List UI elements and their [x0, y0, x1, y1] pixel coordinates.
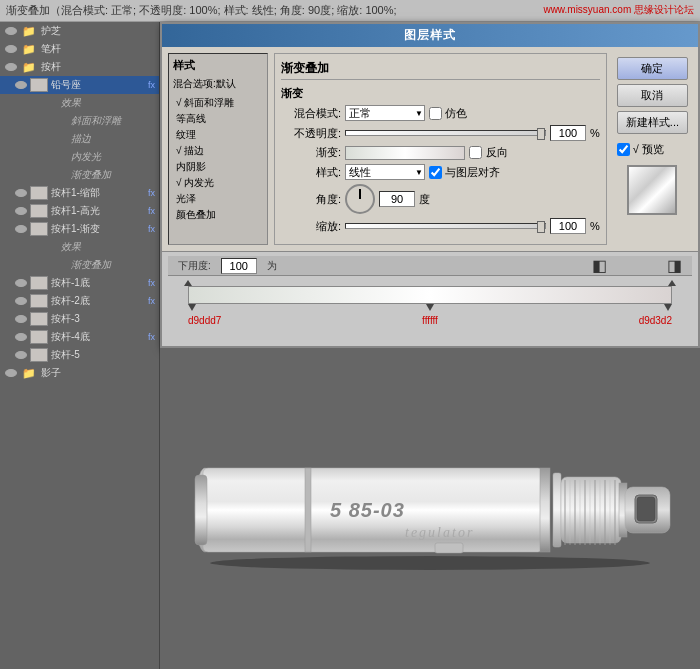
opacity-slider[interactable] — [345, 130, 546, 136]
layer-visibility-layer-stroke[interactable] — [34, 132, 48, 146]
layer-item-layer-gradient2[interactable]: 渐变叠加 — [0, 256, 159, 274]
layer-item-layer-gradient[interactable]: 渐变叠加 — [0, 166, 159, 184]
ok-button[interactable]: 确定 — [617, 57, 688, 80]
style-item-[interactable]: √ 斜面和浮雕 — [173, 95, 263, 111]
layer-visibility-layer-bevel[interactable] — [34, 114, 48, 128]
style-item-[interactable]: 等高线 — [173, 111, 263, 127]
layer-item-layer-effects[interactable]: 效果 — [0, 94, 159, 112]
preview-checkbox-item[interactable]: √ 预览 — [617, 142, 688, 157]
layer-visibility-layer-ankan5[interactable] — [14, 348, 28, 362]
ruler-input[interactable] — [221, 258, 257, 274]
scale-slider-thumb[interactable] — [537, 221, 545, 233]
fx-badge-layer-ankan1d: fx — [148, 278, 155, 288]
preview-checkbox[interactable] — [617, 143, 630, 156]
color-stop-center-marker[interactable] — [426, 304, 434, 311]
opacity-input[interactable] — [550, 125, 586, 141]
opacity-stop-left-marker[interactable] — [184, 280, 192, 286]
layer-name-layer-ankan5: 按杆-5 — [51, 348, 155, 362]
layer-visibility-layer-ankan4[interactable] — [14, 330, 28, 344]
layer-item-layer-ankan3[interactable]: 按杆-3 — [0, 310, 159, 328]
layer-item-layer-ankan5[interactable]: 按杆-5 — [0, 346, 159, 364]
color-stop-right-marker[interactable] — [664, 304, 672, 311]
layer-name-layer-effects2: 效果 — [61, 240, 155, 254]
svg-rect-5 — [540, 468, 550, 552]
layer-thumb-layer-ankan4 — [30, 330, 48, 344]
opacity-slider-thumb[interactable] — [537, 128, 545, 140]
layer-name-layer-innerglow: 内发光 — [71, 150, 155, 164]
layer-visibility-layer-anzhi[interactable] — [4, 60, 18, 74]
fake-color-checkbox[interactable] — [429, 107, 442, 120]
style-item-[interactable]: 颜色叠加 — [173, 207, 263, 223]
angle-dial[interactable] — [345, 184, 375, 214]
layer-item-layer-ankan1d[interactable]: 按杆-1底fx — [0, 274, 159, 292]
fx-badge-layer-ankan1c: fx — [148, 224, 155, 234]
layer-item-layer-ankan1c[interactable]: 按杆1-渐变fx — [0, 220, 159, 238]
layer-item-layer-biaohao[interactable]: 铅号座fx — [0, 76, 159, 94]
layer-visibility-layer-ganzhi[interactable] — [4, 42, 18, 56]
style-item-[interactable]: √ 内发光 — [173, 175, 263, 191]
style-item-[interactable]: 纹理 — [173, 127, 263, 143]
layer-visibility-layer-ankan1c[interactable] — [14, 222, 28, 236]
scale-input[interactable] — [550, 218, 586, 234]
layer-item-layer-effects2[interactable]: 效果 — [0, 238, 159, 256]
opacity-percent: % — [590, 127, 600, 139]
cancel-button[interactable]: 取消 — [617, 84, 688, 107]
stop-left-icon[interactable]: ◧ — [592, 256, 607, 275]
layer-visibility-layer-ankan1b[interactable] — [14, 204, 28, 218]
layer-visibility-layer-effects[interactable] — [24, 96, 38, 110]
layer-thumb-layer-innerglow — [50, 150, 68, 164]
color-stop-left-marker[interactable] — [188, 304, 196, 311]
layer-visibility-layer-ankan2[interactable] — [14, 294, 28, 308]
style-label: 样式: — [281, 165, 341, 180]
layer-item-layer-anzhi[interactable]: 📁按杆 — [0, 58, 159, 76]
layer-visibility-layer-effects2[interactable] — [24, 240, 38, 254]
layer-item-layer-ankan1b[interactable]: 按杆1-高光fx — [0, 202, 159, 220]
layer-visibility-layer-ankan1[interactable] — [14, 186, 28, 200]
align-layer-checkbox-item[interactable]: 与图层对齐 — [429, 165, 500, 180]
style-item-[interactable]: 内阴影 — [173, 159, 263, 175]
layer-item-layer-ganzhi[interactable]: 📁笔杆 — [0, 40, 159, 58]
layer-visibility-layer-huzhi[interactable] — [4, 24, 18, 38]
layer-name-layer-ganzhi: 笔杆 — [41, 42, 155, 56]
new-style-button[interactable]: 新建样式... — [617, 111, 688, 134]
opacity-stop-right-marker[interactable] — [668, 280, 676, 286]
svg-rect-12 — [637, 497, 655, 521]
layer-visibility-layer-ankan3[interactable] — [14, 312, 28, 326]
layer-name-layer-biaohao: 铅号座 — [51, 78, 146, 92]
blend-mode-select-wrapper[interactable]: 正常 — [345, 105, 425, 121]
gradient-preview[interactable] — [345, 146, 465, 160]
layer-item-layer-innerglow[interactable]: 内发光 — [0, 148, 159, 166]
angle-input[interactable] — [379, 191, 415, 207]
gradient-bar-container: d9ddd7 ffffff d9d3d2 — [188, 280, 672, 326]
layer-visibility-layer-gradient2[interactable] — [34, 258, 48, 272]
gradient-bar[interactable] — [188, 286, 672, 304]
layer-thumb-layer-ankan3 — [30, 312, 48, 326]
style-item-[interactable]: √ 描边 — [173, 143, 263, 159]
layer-item-layer-shadow[interactable]: 📁影子 — [0, 364, 159, 382]
layer-visibility-layer-shadow[interactable] — [4, 366, 18, 380]
color-stop-left-hex: d9ddd7 — [188, 315, 221, 326]
color-hex-labels: d9ddd7 ffffff d9d3d2 — [188, 315, 672, 326]
stop-right-icon[interactable]: ◨ — [667, 256, 682, 275]
layer-visibility-layer-gradient[interactable] — [34, 168, 48, 182]
styles-list: 样式 混合选项:默认 √ 斜面和浮雕等高线纹理√ 描边内阴影√ 内发光光泽颜色叠… — [168, 53, 268, 245]
svg-rect-2 — [195, 475, 207, 545]
layer-item-layer-ankan4[interactable]: 按杆-4底fx — [0, 328, 159, 346]
scale-slider[interactable] — [345, 223, 546, 229]
layer-item-layer-ankan1[interactable]: 按杆1-缩部fx — [0, 184, 159, 202]
blending-options-item[interactable]: 混合选项:默认 — [173, 77, 263, 91]
fake-color-checkbox-item[interactable]: 仿色 — [429, 106, 467, 121]
layer-item-layer-ankan2[interactable]: 按杆-2底fx — [0, 292, 159, 310]
style-select[interactable]: 线性 — [345, 164, 425, 180]
align-layer-checkbox[interactable] — [429, 166, 442, 179]
blend-mode-select[interactable]: 正常 — [345, 105, 425, 121]
layer-visibility-layer-ankan1d[interactable] — [14, 276, 28, 290]
layer-item-layer-huzhi[interactable]: 📁护芝 — [0, 22, 159, 40]
layer-visibility-layer-biaohao[interactable] — [14, 78, 28, 92]
layer-item-layer-bevel[interactable]: 斜面和浮雕 — [0, 112, 159, 130]
style-select-wrapper[interactable]: 线性 — [345, 164, 425, 180]
layer-item-layer-stroke[interactable]: 描边 — [0, 130, 159, 148]
layer-visibility-layer-innerglow[interactable] — [34, 150, 48, 164]
reverse-checkbox[interactable] — [469, 146, 482, 159]
style-item-[interactable]: 光泽 — [173, 191, 263, 207]
